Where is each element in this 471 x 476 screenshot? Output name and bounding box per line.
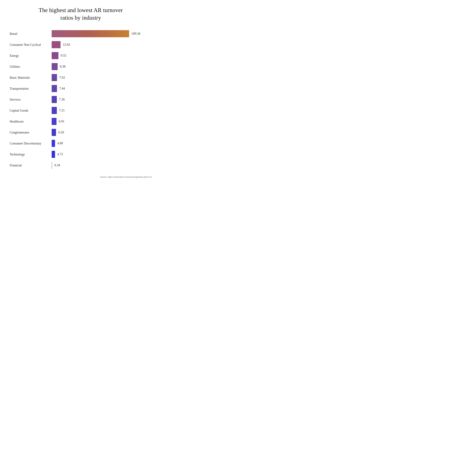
row-label: Conglomerates <box>10 130 52 134</box>
chart-row: Energy9.55 <box>10 51 152 60</box>
bar <box>52 118 56 125</box>
chart-row: Healthcare6.91 <box>10 117 152 125</box>
bar-value: 6.26 <box>58 130 64 134</box>
svg-rect-0 <box>52 30 129 37</box>
bar-container: 8.38 <box>52 63 152 70</box>
bar <box>52 162 52 169</box>
source-label: Source: https://csimarket.com/screening/… <box>10 176 152 178</box>
bar-value: 6.91 <box>59 119 64 123</box>
row-label: Services <box>10 98 52 102</box>
bar-value: 7.26 <box>59 98 65 101</box>
bar-container: 0.34 <box>52 162 152 169</box>
chart-row: Transportation7.44 <box>10 85 152 93</box>
chart-row: Basic Materials7.62 <box>10 73 152 82</box>
bar-value: 9.55 <box>61 54 66 57</box>
chart-row: Retail109.34 <box>10 30 152 38</box>
chart-row: Capital Goods7.21 <box>10 106 152 115</box>
chart-row: Financial0.34 <box>10 161 152 169</box>
row-label: Transportation <box>10 86 52 90</box>
bar <box>52 85 57 92</box>
bar-container: 9.55 <box>52 52 152 59</box>
row-label: Basic Materials <box>10 76 52 80</box>
bar <box>52 96 57 103</box>
row-label: Consumer Discretionary <box>10 141 52 145</box>
bar-container: 7.21 <box>52 107 152 114</box>
bar <box>52 140 55 147</box>
bar <box>52 63 58 70</box>
row-label: Financial <box>10 163 52 167</box>
chart-row: Consumer Discretionary4.80 <box>10 139 152 147</box>
bar <box>52 129 56 136</box>
bar-container: 7.26 <box>52 96 152 103</box>
bar-container: 7.62 <box>52 74 152 81</box>
row-label: Utilities <box>10 65 52 68</box>
bar-value: 7.21 <box>59 108 65 112</box>
bar-container: 6.26 <box>52 129 152 136</box>
bar-container: 7.44 <box>52 85 152 92</box>
bar <box>52 151 55 158</box>
bar <box>52 74 57 81</box>
bar-value: 4.80 <box>57 141 63 145</box>
bar-value: 7.62 <box>59 76 65 79</box>
bar-value: 109.34 <box>131 32 140 35</box>
bar-container: 6.91 <box>52 118 152 125</box>
bar <box>52 52 58 59</box>
row-label: Retail <box>10 32 52 36</box>
chart-title: The highest and lowest AR turnover ratio… <box>10 6 152 22</box>
row-label: Energy <box>10 54 52 58</box>
bar-container: 4.73 <box>52 151 152 158</box>
bar-value: 0.34 <box>54 163 60 167</box>
row-label: Technology <box>10 152 52 156</box>
row-label: Capital Goods <box>10 108 52 112</box>
chart-row: Services7.26 <box>10 95 152 103</box>
bar-value: 4.73 <box>57 152 63 156</box>
chart-row: Consumer Non Cyclical12.63 <box>10 41 152 49</box>
bar-value: 8.38 <box>60 65 66 68</box>
bar <box>52 41 60 48</box>
bar-value: 7.44 <box>59 86 65 90</box>
row-label: Healthcare <box>10 119 52 123</box>
chart-row: Technology4.73 <box>10 150 152 158</box>
bar-container: 4.80 <box>52 140 152 147</box>
bar-value: 12.63 <box>63 43 70 46</box>
chart-row: Utilities8.38 <box>10 63 152 71</box>
bar-container: 109.34 <box>52 30 152 37</box>
bar-container: 12.63 <box>52 41 152 48</box>
bar <box>52 107 57 114</box>
row-label: Consumer Non Cyclical <box>10 43 52 47</box>
chart-row: Conglomerates6.26 <box>10 128 152 136</box>
chart-area: Retail109.34Consumer Non Cyclical12.63En… <box>10 30 152 169</box>
